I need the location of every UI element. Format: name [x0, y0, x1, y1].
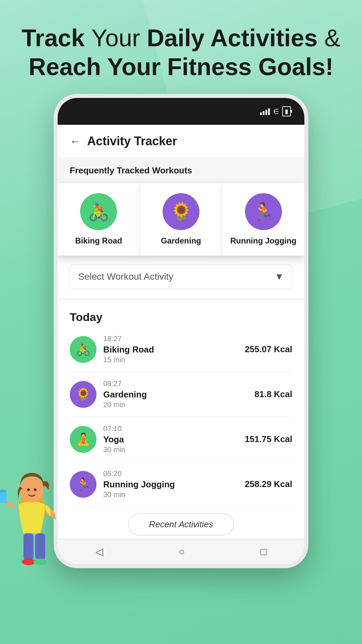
yoga-kcal: 151.75 Kcal	[245, 434, 292, 444]
hero-daily: Daily Activities	[147, 24, 318, 51]
biking-list-icon: 🚴	[70, 336, 97, 363]
running-info: 05:20 Running Jogging 30 min	[103, 469, 238, 499]
activity-card-running[interactable]: 🏃 Running Jogging	[222, 183, 304, 256]
workout-dropdown[interactable]: Select Workout Activity ▼	[70, 264, 292, 289]
svg-rect-7	[35, 533, 45, 560]
battery-icon: ▮	[282, 106, 291, 116]
signal-icon	[260, 108, 270, 115]
gardening-icon-circle: 🌻	[163, 193, 199, 230]
running-time: 05:20	[103, 469, 238, 478]
status-icons: ∈ ▮	[260, 106, 291, 116]
biking-info: 18:27 Biking Road 15 min	[103, 334, 238, 364]
app-title: Activity Tracker	[87, 134, 177, 148]
svg-point-9	[34, 558, 47, 565]
nav-home-button[interactable]: ○	[179, 546, 185, 557]
dropdown-wrapper: Select Workout Activity ▼	[58, 256, 304, 298]
status-bar: ∈ ▮	[58, 98, 304, 125]
svg-rect-4	[0, 491, 7, 503]
bottom-navigation: ◁ ○ □	[58, 539, 304, 564]
running-list-icon: 🏃	[70, 471, 97, 498]
running-name: Running Jogging	[103, 479, 238, 490]
yoga-time: 07:10	[103, 424, 238, 433]
activity-card-gardening[interactable]: 🌻 Gardening	[140, 183, 223, 256]
character-illustration	[0, 443, 70, 584]
activity-cards-row: 🚴 Biking Road 🌻 Gardening 🏃 Running Jogg…	[58, 183, 304, 256]
svg-point-2	[27, 488, 30, 491]
svg-point-3	[34, 488, 37, 491]
running-icon-circle: 🏃	[245, 193, 282, 230]
phone-outer: ∈ ▮ ← Activity Tracker Frequently Tracke…	[54, 94, 308, 568]
gardening-time: 08:27	[103, 379, 248, 388]
biking-duration: 15 min	[103, 356, 238, 364]
frequently-tracked-label: Frequently Tracked Workouts	[58, 158, 304, 183]
hero-amp: &	[324, 24, 341, 51]
svg-point-8	[22, 558, 35, 565]
biking-time: 18:27	[103, 334, 238, 343]
back-button[interactable]: ←	[70, 135, 80, 148]
running-kcal: 258.29 Kcal	[245, 479, 292, 489]
gardening-name: Gardening	[103, 389, 248, 400]
list-item[interactable]: 🚴 18:27 Biking Road 15 min 255.07 Kcal	[70, 327, 292, 372]
svg-point-1	[20, 477, 44, 502]
running-duration: 30 min	[103, 490, 238, 499]
dropdown-arrow: ▼	[275, 271, 284, 282]
hero-track: Track	[21, 24, 84, 51]
dropdown-placeholder: Select Workout Activity	[78, 271, 173, 282]
hero-section: Track Your Daily Activities & Reach Your…	[0, 0, 362, 95]
app-header: ← Activity Tracker	[58, 125, 304, 158]
biking-label: Biking Road	[75, 236, 122, 246]
yoga-info: 07:10 Yoga 30 min	[103, 424, 238, 454]
gardening-duration: 20 min	[103, 400, 248, 409]
recent-activities-button[interactable]: Recent Activities	[128, 514, 233, 535]
activity-card-biking[interactable]: 🚴 Biking Road	[58, 183, 140, 256]
biking-icon-circle: 🚴	[80, 193, 117, 230]
svg-rect-5	[0, 490, 6, 492]
nav-recent-apps-button[interactable]: □	[260, 546, 266, 557]
phone-mockup: ∈ ▮ ← Activity Tracker Frequently Tracke…	[54, 94, 308, 568]
wifi-icon: ∈	[273, 107, 279, 115]
recent-btn-wrapper: Recent Activities	[58, 507, 304, 539]
running-label: Running Jogging	[230, 236, 296, 246]
gardening-info: 08:27 Gardening 20 min	[103, 379, 248, 409]
phone-inner: ∈ ▮ ← Activity Tracker Frequently Tracke…	[58, 98, 304, 564]
hero-your: Your	[92, 24, 147, 51]
yoga-name: Yoga	[103, 434, 238, 445]
hero-reach: Reach Your Fitness Goals!	[28, 53, 334, 80]
today-label: Today	[70, 311, 292, 324]
gardening-list-icon: 🌻	[70, 381, 97, 408]
biking-name: Biking Road	[103, 344, 238, 355]
svg-rect-6	[23, 533, 34, 560]
biking-kcal: 255.07 Kcal	[245, 344, 292, 355]
gardening-kcal: 81.8 Kcal	[254, 389, 292, 399]
list-item[interactable]: 🌻 08:27 Gardening 20 min 81.8 Kcal	[70, 372, 292, 417]
list-item[interactable]: 🏃 05:20 Running Jogging 30 min 258.29 Kc…	[70, 462, 292, 507]
notch	[147, 98, 215, 111]
today-section: Today 🚴 18:27 Biking Road 15 min 255.07 …	[58, 298, 304, 507]
gardening-label: Gardening	[161, 236, 201, 246]
yoga-duration: 30 min	[103, 445, 238, 454]
yoga-list-icon: 🧘	[70, 426, 97, 453]
nav-back-button[interactable]: ◁	[96, 546, 103, 557]
list-item[interactable]: 🧘 07:10 Yoga 30 min 151.75 Kcal	[70, 417, 292, 462]
